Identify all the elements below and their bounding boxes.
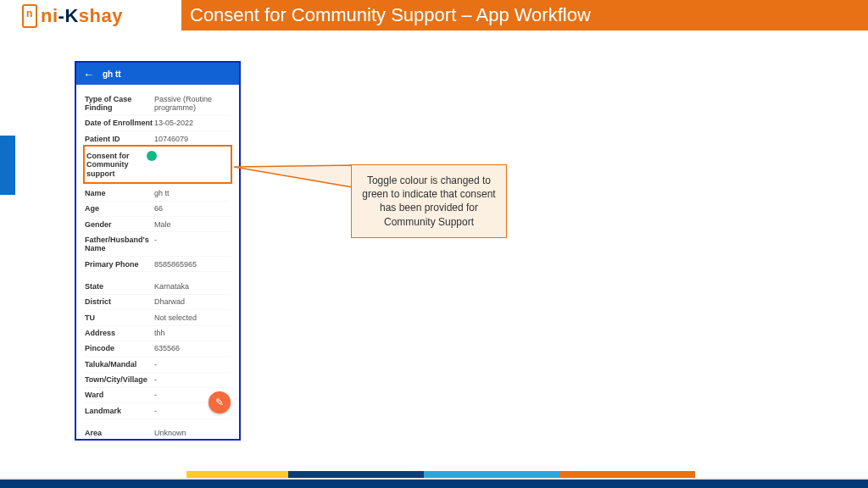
- appbar-title: gh tt: [103, 69, 121, 79]
- stripe-6: [695, 471, 868, 478]
- row-gender: GenderMale: [85, 217, 231, 232]
- row-state: StateKarnataka: [85, 279, 231, 294]
- footer-accent-stripes: [0, 471, 868, 478]
- logo-text-2: -K: [58, 5, 79, 27]
- edit-fab-button[interactable]: ✎: [209, 391, 231, 413]
- footer-base-bar: [0, 478, 868, 488]
- row-date-enrollment: Date of Enrollment13-05-2022: [85, 116, 231, 131]
- mobile-screenshot: ← gh tt Type of Case FindingPassive (Rou…: [75, 61, 241, 441]
- row-primary-phone: Primary Phone8585865965: [85, 257, 231, 272]
- row-consent: Consent for Community support: [86, 148, 229, 180]
- stripe-5: [559, 471, 695, 478]
- callout-connector: [234, 165, 353, 189]
- back-arrow-icon[interactable]: ←: [83, 68, 94, 80]
- logo-text-1: ni: [41, 5, 58, 27]
- mobile-appbar: ← gh tt: [76, 63, 239, 85]
- phone-icon: [22, 4, 37, 28]
- logo-text-3: shay: [79, 5, 123, 27]
- row-town: Town/City/Village-: [85, 373, 231, 388]
- row-father-husband: Father/Husband's Name-: [85, 232, 231, 257]
- stripe-1: [0, 471, 186, 478]
- row-taluka: Taluka/Mandal-: [85, 357, 231, 372]
- row-address: Addressthh: [85, 326, 231, 341]
- slide-title: Consent for Community Support – App Work…: [181, 0, 868, 30]
- slide-header: ni -K shay Consent for Community Support…: [0, 0, 868, 30]
- row-area: AreaUnknown: [85, 426, 231, 441]
- consent-highlight-box: Consent for Community support: [83, 145, 232, 184]
- svg-marker-0: [234, 165, 353, 187]
- row-age: Age66: [85, 202, 231, 217]
- pencil-icon: ✎: [215, 396, 224, 408]
- decorative-side-bar: [0, 136, 15, 195]
- row-tu: TUNot selected: [85, 310, 231, 325]
- stripe-3: [288, 471, 424, 478]
- callout-box: Toggle colour is changed to green to ind…: [351, 164, 507, 238]
- stripe-2: [186, 471, 288, 478]
- toggle-knob-icon: [147, 151, 157, 161]
- nikshay-logo: ni -K shay: [22, 3, 123, 29]
- patient-detail-panel: Type of Case FindingPassive (Routine pro…: [76, 85, 239, 441]
- callout-text: Toggle colour is changed to green to ind…: [362, 175, 495, 228]
- row-name: Namegh tt: [85, 186, 231, 201]
- slide-footer: [0, 471, 868, 488]
- row-type-of-case: Type of Case FindingPassive (Routine pro…: [85, 92, 231, 116]
- row-pincode: Pincode635566: [85, 341, 231, 357]
- stripe-4: [424, 471, 559, 478]
- row-district: DistrictDharwad: [85, 295, 231, 310]
